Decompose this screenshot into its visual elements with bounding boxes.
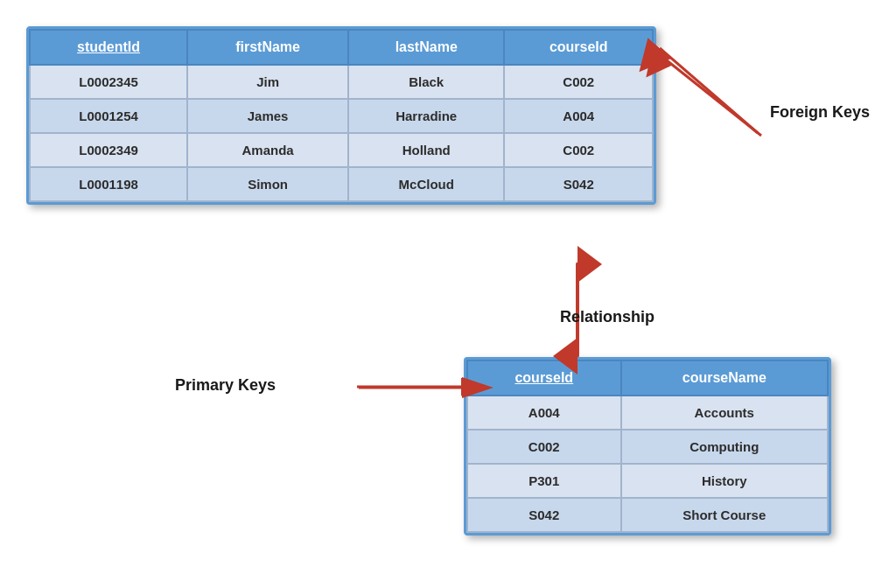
- cell-lastname: Black: [348, 65, 504, 99]
- diagram-container: studentId firstName lastName courseId L0…: [0, 0, 896, 588]
- cell-courseid: C002: [504, 133, 653, 167]
- student-col-studentid: studentId: [30, 30, 187, 65]
- svg-line-4: [662, 57, 761, 136]
- table-row: P301 History: [467, 464, 828, 498]
- cell-courseid: C002: [504, 65, 653, 99]
- cell-firstname: Amanda: [187, 133, 348, 167]
- table-row: A004 Accounts: [467, 396, 828, 430]
- cell-courseid: C002: [467, 430, 621, 464]
- foreign-keys-label: Foreign Keys: [770, 103, 870, 122]
- cell-courseid: A004: [467, 396, 621, 430]
- cell-courseid: S042: [504, 167, 653, 201]
- table-row: C002 Computing: [467, 430, 828, 464]
- cell-courseid: A004: [504, 99, 653, 133]
- course-col-coursename: courseName: [621, 360, 828, 396]
- svg-line-9: [660, 48, 758, 133]
- table-row: L0001198 Simon McCloud S042: [30, 167, 653, 201]
- cell-studentid: L0002345: [30, 65, 187, 99]
- primary-keys-label: Primary Keys: [175, 376, 276, 395]
- course-col-courseid: courseId: [467, 360, 621, 396]
- table-row: L0002345 Jim Black C002: [30, 65, 653, 99]
- cell-coursename: History: [621, 464, 828, 498]
- cell-coursename: Accounts: [621, 396, 828, 430]
- table-row: L0002349 Amanda Holland C002: [30, 133, 653, 167]
- table-row: L0001254 James Harradine A004: [30, 99, 653, 133]
- cell-studentid: L0001254: [30, 99, 187, 133]
- cell-firstname: Jim: [187, 65, 348, 99]
- student-col-courseid: courseId: [504, 30, 653, 65]
- course-table: courseId courseName A004 Accounts C002 C…: [464, 357, 831, 536]
- cell-studentid: L0001198: [30, 167, 187, 201]
- cell-lastname: McCloud: [348, 167, 504, 201]
- cell-coursename: Computing: [621, 430, 828, 464]
- cell-studentid: L0002349: [30, 133, 187, 167]
- student-col-firstname: firstName: [187, 30, 348, 65]
- cell-lastname: Harradine: [348, 99, 504, 133]
- student-table: studentId firstName lastName courseId L0…: [26, 26, 656, 205]
- relationship-label: Relationship: [560, 308, 654, 326]
- cell-coursename: Short Course: [621, 498, 828, 532]
- cell-firstname: Simon: [187, 167, 348, 201]
- cell-firstname: James: [187, 99, 348, 133]
- table-row: S042 Short Course: [467, 498, 828, 532]
- cell-courseid: S042: [467, 498, 621, 532]
- student-col-lastname: lastName: [348, 30, 504, 65]
- cell-lastname: Holland: [348, 133, 504, 167]
- cell-courseid: P301: [467, 464, 621, 498]
